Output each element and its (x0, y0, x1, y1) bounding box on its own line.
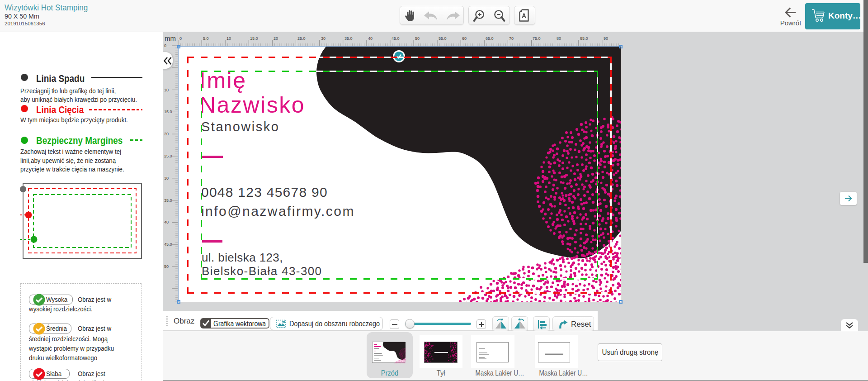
svg-text:35.0: 35.0 (344, 36, 353, 41)
svg-text:25.0: 25.0 (164, 154, 172, 158)
svg-text:35.0: 35.0 (164, 198, 172, 203)
svg-text:45.0: 45.0 (164, 242, 172, 247)
svg-text:55.0: 55.0 (439, 36, 447, 41)
svg-text:45.0: 45.0 (392, 36, 400, 41)
svg-text:20: 20 (274, 36, 278, 41)
svg-text:30: 30 (321, 36, 326, 41)
svg-text:50: 50 (415, 36, 420, 41)
svg-text:ul. bielska 123,: ul. bielska 123, (202, 251, 283, 264)
svg-text:90: 90 (604, 36, 608, 41)
svg-text:Bielsko-Biała 43-300: Bielsko-Biała 43-300 (202, 264, 322, 278)
svg-text:40: 40 (164, 220, 169, 224)
svg-text:info@nazwafirmy.com: info@nazwafirmy.com (201, 204, 355, 219)
svg-text:85.0: 85.0 (580, 36, 588, 41)
svg-text:75.0: 75.0 (533, 36, 541, 41)
svg-text:15.0: 15.0 (250, 36, 258, 41)
svg-text:10: 10 (226, 36, 231, 41)
svg-text:65.0: 65.0 (486, 36, 494, 41)
svg-text:10: 10 (164, 88, 169, 92)
svg-text:40: 40 (368, 36, 373, 41)
svg-text:20: 20 (164, 132, 169, 136)
svg-text:Nazwisko: Nazwisko (199, 92, 305, 118)
svg-text:0048 123 45678 90: 0048 123 45678 90 (201, 185, 328, 200)
svg-text:0: 0 (179, 36, 182, 41)
svg-text:50: 50 (164, 264, 169, 269)
svg-text:70: 70 (509, 36, 514, 41)
svg-text:60: 60 (462, 36, 467, 41)
svg-text:30: 30 (164, 176, 169, 181)
svg-text:25.0: 25.0 (297, 36, 306, 41)
svg-text:Stanowisko: Stanowisko (201, 119, 279, 134)
svg-text:5.0: 5.0 (203, 36, 209, 41)
svg-text:15.0: 15.0 (164, 110, 172, 114)
svg-text:80: 80 (557, 36, 561, 41)
